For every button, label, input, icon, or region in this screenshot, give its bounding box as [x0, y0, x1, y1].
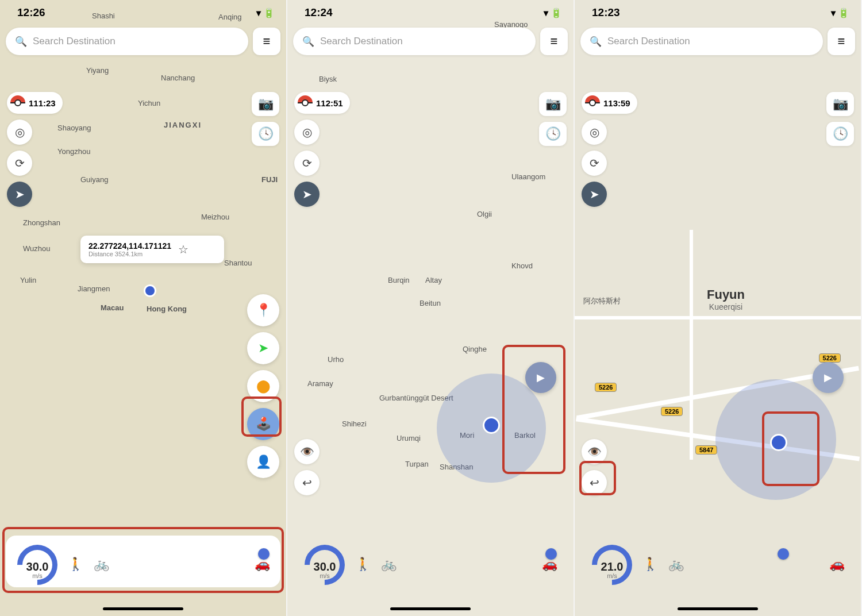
- camera-icon: 📷: [833, 97, 848, 111]
- camera-button[interactable]: 📷: [252, 92, 279, 116]
- compass-button[interactable]: ➤: [582, 182, 607, 207]
- send-button[interactable]: ➤: [247, 332, 279, 364]
- menu-button[interactable]: ≡: [540, 28, 568, 55]
- slider-thumb[interactable]: [545, 548, 557, 560]
- map-label: Hong Kong: [147, 305, 187, 313]
- eye-button[interactable]: 👁️: [582, 439, 607, 464]
- map-label: Macau: [101, 303, 124, 312]
- menu-button[interactable]: ≡: [828, 28, 855, 55]
- compass-icon: ➤: [302, 187, 312, 201]
- locate-button[interactable]: ◎: [582, 120, 607, 145]
- search-input[interactable]: 🔍 Search Destination: [6, 28, 248, 55]
- map-label: Burqin: [388, 276, 410, 284]
- city-label: Fuyun Kueerqisi: [707, 287, 745, 311]
- map-label: 阿尔特斯村: [583, 296, 621, 306]
- eye-icon: 👁️: [587, 445, 602, 459]
- home-indicator[interactable]: [103, 607, 183, 610]
- speed-meter: 30.0 m/s: [303, 544, 346, 579]
- star-icon[interactable]: ☆: [178, 242, 188, 256]
- paper-plane-icon: ➤: [258, 341, 268, 356]
- search-input[interactable]: 🔍 Search Destination: [293, 28, 536, 55]
- city-sub: Kueerqisi: [707, 302, 745, 311]
- refresh-icon: ⟳: [590, 156, 599, 170]
- locate-button[interactable]: ◎: [294, 120, 320, 145]
- map-label: Jiangmen: [78, 284, 110, 293]
- map-label: Yiyang: [86, 66, 109, 75]
- rotate-button[interactable]: ⟳: [294, 151, 320, 176]
- search-icon: 🔍: [15, 36, 27, 48]
- map-label: Ulaangom: [511, 172, 545, 181]
- map-label: Biysk: [319, 75, 337, 83]
- car-mode-button[interactable]: 🚗: [829, 557, 845, 572]
- slider-thumb[interactable]: [778, 548, 789, 560]
- walk-mode-button[interactable]: 🚶: [355, 557, 371, 572]
- status-bar: 12:26 ▾ 🔋: [0, 0, 286, 23]
- compass-icon: ➤: [590, 187, 599, 201]
- route-icon: 📍: [256, 303, 271, 318]
- timer-value: 113:59: [603, 98, 630, 108]
- coords-text: 22.277224,114.171121: [88, 241, 171, 251]
- timer-value: 111:23: [29, 98, 56, 108]
- phone-screen-2: 12:24 ▾🔋 🔍 Search Destination ≡ Biysk Sa…: [287, 0, 574, 616]
- exit-icon: ↩: [302, 476, 312, 490]
- play-button[interactable]: ▶: [813, 362, 844, 393]
- map-label: Olgii: [477, 210, 492, 218]
- eye-button[interactable]: 👁️: [294, 439, 320, 464]
- camera-button[interactable]: 📷: [539, 92, 567, 116]
- speed-arc-icon: [584, 537, 641, 594]
- bike-mode-button[interactable]: 🚲: [94, 557, 109, 572]
- phone-screen-3: 5226 5226 5847 5226 12:23 ▾🔋 🔍 Search De…: [575, 0, 861, 616]
- map-label: Beitun: [420, 299, 441, 307]
- history-button[interactable]: 🕓: [826, 122, 854, 146]
- pokeball-icon: [585, 95, 600, 110]
- coins-button[interactable]: ⬤: [247, 370, 279, 402]
- bike-mode-button[interactable]: 🚲: [381, 557, 397, 572]
- history-button[interactable]: 🕓: [252, 122, 279, 146]
- route-button[interactable]: 📍: [247, 294, 279, 326]
- rotate-button[interactable]: ⟳: [582, 151, 607, 176]
- exit-button[interactable]: ↩: [582, 470, 607, 495]
- status-bar: 12:24 ▾🔋: [287, 0, 574, 23]
- exit-button[interactable]: ↩: [294, 470, 320, 495]
- search-input[interactable]: 🔍 Search Destination: [580, 28, 823, 55]
- clock-icon: 🕓: [545, 126, 561, 141]
- compass-button[interactable]: ➤: [294, 182, 320, 207]
- history-button[interactable]: 🕓: [539, 122, 567, 146]
- timer-value: 112:51: [316, 98, 343, 108]
- play-button[interactable]: ▶: [525, 362, 556, 393]
- wifi-icon: ▾: [256, 7, 261, 18]
- map-label: Yichun: [138, 99, 160, 107]
- timer-badge[interactable]: 113:59: [582, 92, 637, 114]
- avatar-button[interactable]: 👤: [247, 446, 279, 478]
- joystick-button[interactable]: 🕹️: [247, 408, 279, 440]
- status-time: 12:24: [305, 6, 333, 19]
- hamburger-icon: ≡: [263, 34, 271, 49]
- map-label: Shantou: [224, 259, 252, 267]
- search-icon: 🔍: [302, 36, 314, 48]
- target-icon: ◎: [590, 125, 599, 139]
- timer-badge[interactable]: 112:51: [294, 92, 350, 114]
- walk-mode-button[interactable]: 🚶: [68, 557, 83, 572]
- status-icons: ▾🔋: [831, 7, 849, 18]
- speed-meter: 30.0 m/s: [16, 544, 59, 579]
- phone-screen-1: 12:26 ▾ 🔋 🔍 Search Destination ≡ Shashi …: [0, 0, 286, 616]
- compass-icon: ➤: [15, 187, 25, 201]
- map-label: Khovd: [511, 261, 533, 270]
- bike-mode-button[interactable]: 🚲: [668, 557, 684, 572]
- pokeball-icon: [10, 95, 25, 110]
- walk-mode-button[interactable]: 🚶: [642, 557, 658, 572]
- home-indicator[interactable]: [390, 607, 471, 610]
- camera-button[interactable]: 📷: [826, 92, 854, 116]
- compass-button[interactable]: ➤: [7, 182, 32, 207]
- road-label: 5847: [695, 445, 717, 455]
- timer-badge[interactable]: 111:23: [7, 92, 63, 114]
- menu-button[interactable]: ≡: [253, 28, 280, 55]
- locate-button[interactable]: ◎: [7, 120, 32, 145]
- map-label: Guiyang: [80, 175, 108, 184]
- map-label: Aramay: [307, 379, 333, 388]
- home-indicator[interactable]: [678, 607, 758, 610]
- slider-thumb[interactable]: [258, 548, 270, 560]
- coordinates-popup[interactable]: 22.277224,114.171121 Distance 3524.1km ☆: [80, 236, 224, 263]
- map-label: Nanchang: [161, 74, 195, 82]
- rotate-button[interactable]: ⟳: [7, 151, 32, 176]
